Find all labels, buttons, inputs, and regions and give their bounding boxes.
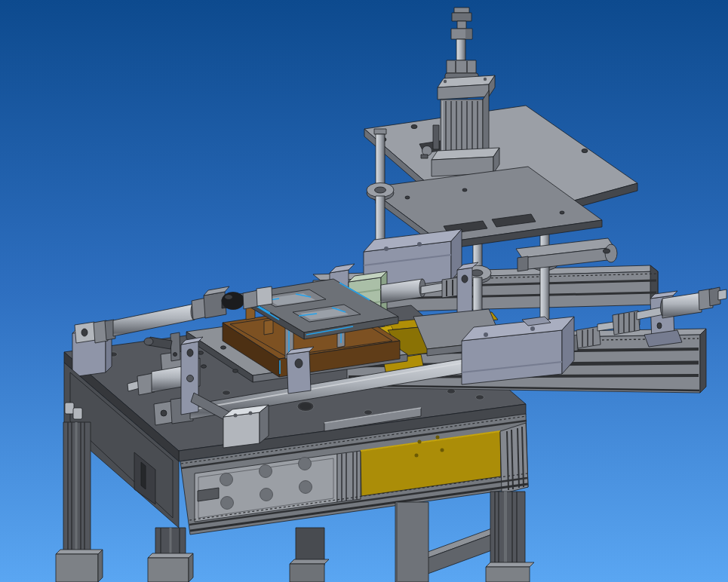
button-hole[interactable] xyxy=(221,497,234,510)
button-hole[interactable] xyxy=(220,473,233,486)
slide-block-right[interactable] xyxy=(462,317,574,384)
hinge xyxy=(73,408,82,419)
air-fitting xyxy=(422,146,432,156)
cylinder-sensor xyxy=(433,125,439,149)
button-hole[interactable] xyxy=(260,465,272,478)
cad-scene[interactable] xyxy=(0,0,728,582)
button-hole[interactable] xyxy=(260,489,273,501)
button-hole[interactable] xyxy=(299,458,312,470)
door-handle-slot xyxy=(141,462,146,489)
rod-coupler xyxy=(576,326,601,348)
hinge xyxy=(65,403,74,414)
cad-viewport[interactable] xyxy=(0,0,728,582)
center-column xyxy=(395,502,429,582)
knurled-coupler xyxy=(613,311,640,335)
ball-knob[interactable] xyxy=(222,293,244,310)
button-hole[interactable] xyxy=(299,481,312,494)
mount-foot xyxy=(223,412,260,448)
